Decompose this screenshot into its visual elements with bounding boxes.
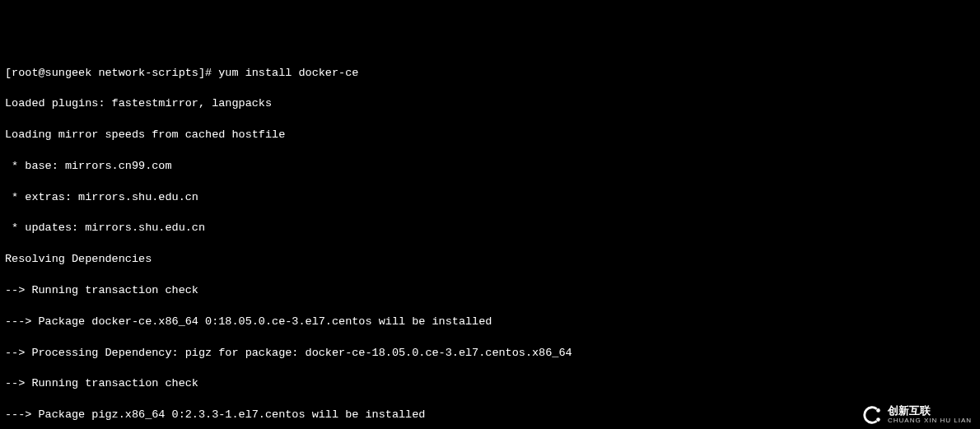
svg-point-0: [876, 408, 880, 413]
shell-prompt: [root@sungeek network-scripts]#: [5, 66, 218, 82]
output-line: ---> Package docker-ce.x86_64 0:18.05.0.…: [5, 315, 975, 330]
watermark-en: CHUANG XIN HU LIAN: [888, 417, 972, 425]
output-line: Loading mirror speeds from cached hostfi…: [5, 128, 975, 143]
output-line: --> Processing Dependency: pigz for pack…: [5, 346, 975, 361]
output-line: * base: mirrors.cn99.com: [5, 159, 975, 175]
svg-point-1: [876, 417, 880, 422]
watermark-text: 创新互联 CHUANG XIN HU LIAN: [888, 405, 972, 424]
output-line: Loaded plugins: fastestmirror, langpacks: [5, 96, 975, 112]
shell-command: yum install docker-ce: [218, 66, 358, 82]
output-line: * extras: mirrors.shu.edu.cn: [5, 190, 975, 206]
output-line: ---> Package pigz.x86_64 0:2.3.3-1.el7.c…: [5, 408, 975, 423]
watermark: 创新互联 CHUANG XIN HU LIAN: [861, 404, 972, 426]
output-line: Resolving Dependencies: [5, 252, 975, 268]
command-prompt-line: [root@sungeek network-scripts]# yum inst…: [5, 66, 975, 82]
watermark-logo-icon: [861, 404, 883, 426]
watermark-cn: 创新互联: [888, 405, 972, 417]
logo-icon: [861, 403, 883, 427]
output-line: --> Running transaction check: [5, 376, 975, 392]
output-line: * updates: mirrors.shu.edu.cn: [5, 221, 975, 236]
output-line: --> Running transaction check: [5, 283, 975, 299]
